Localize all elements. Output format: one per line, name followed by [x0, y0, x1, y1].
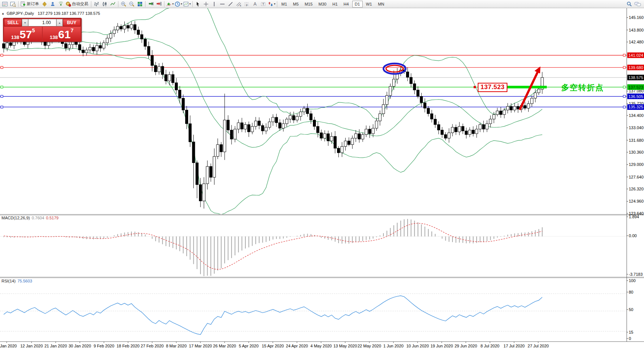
date-label: 21 Jan 2020	[45, 344, 67, 348]
candle-body	[537, 89, 540, 93]
volume-increase-button[interactable]: ▲	[56, 19, 63, 26]
date-label: 17 Jul 2020	[504, 344, 525, 348]
date-label: 8 Jul 2020	[481, 344, 500, 348]
candle-body	[210, 166, 212, 177]
candle-body	[251, 127, 254, 132]
date-label: 29 Jun 2020	[455, 344, 477, 348]
candle-body	[437, 125, 440, 130]
price-badge-label: 137.523	[628, 85, 643, 89]
candle-body	[120, 26, 122, 29]
date-label: 15 Apr 2020	[262, 344, 284, 348]
green-highlight-bar[interactable]	[507, 86, 547, 88]
candle-body	[258, 121, 261, 125]
turning-point-label[interactable]: 多空转折点	[561, 82, 604, 93]
buy-price-prefix: 138	[50, 35, 58, 40]
sell-price-button[interactable]: 138 57 5	[4, 27, 42, 41]
candle-body	[237, 123, 240, 129]
hline-handle[interactable]	[623, 54, 625, 56]
candle-body	[351, 138, 354, 144]
candle-body	[527, 104, 530, 108]
candle-body	[244, 125, 247, 129]
candle-body	[472, 130, 474, 134]
candle-body	[513, 107, 516, 110]
candle-body	[330, 136, 333, 141]
candle-body	[196, 163, 198, 185]
hline-handle[interactable]	[1, 106, 3, 108]
candle-body	[382, 105, 385, 114]
hline-handle[interactable]	[623, 106, 625, 108]
candle-body	[299, 112, 302, 116]
date-label: 10 Jun 2020	[406, 344, 429, 348]
mt4-window: 新订单 自动交易 ▾ ▾ ▾ E F A T ▾ M	[0, 0, 644, 350]
candle-body	[534, 93, 537, 98]
volume-decrease-button[interactable]: ▼	[22, 19, 28, 26]
hline-handle[interactable]	[1, 66, 3, 69]
sell-price-main: 57	[20, 29, 32, 40]
date-label: 8 Mar 2020	[166, 344, 187, 348]
price-annotation-box[interactable]: 137.523	[478, 83, 507, 92]
hline-handle[interactable]	[623, 66, 625, 69]
candle-body	[455, 127, 457, 132]
rsi-name: RSI(14)	[1, 279, 16, 283]
candle-body	[310, 114, 312, 120]
candle-body	[327, 134, 330, 141]
candle-body	[213, 156, 216, 177]
hline-handle[interactable]	[1, 95, 3, 98]
sell-button[interactable]: SELL	[4, 19, 22, 26]
candle-body	[358, 134, 360, 139]
candle-body	[486, 124, 488, 129]
candle-body	[431, 114, 433, 119]
candle-body	[127, 26, 129, 28]
symbol-period-label: GBPJPY-,Daily	[7, 11, 34, 16]
candle-body	[275, 117, 278, 123]
hline-handle[interactable]	[623, 86, 625, 88]
candle-body	[68, 45, 71, 48]
price-tick-label: 127.640	[629, 175, 644, 179]
price-tick-label: 124.960	[629, 199, 644, 203]
candle-body	[448, 133, 450, 138]
price-badge-label: 139.680	[628, 65, 643, 70]
candle-body	[92, 47, 95, 51]
volume-field[interactable]: 1.00	[28, 19, 56, 26]
candle-body	[189, 124, 192, 142]
price-tick-label: 130.360	[629, 150, 644, 154]
candle-body	[185, 110, 188, 124]
candle-body	[296, 117, 298, 120]
candle-body	[386, 95, 388, 105]
candle-body	[282, 124, 285, 128]
buy-button[interactable]: BUY	[63, 19, 81, 26]
candle-body	[216, 145, 219, 157]
candle-body	[317, 127, 319, 133]
candle-body	[424, 103, 426, 108]
candle-body	[458, 127, 461, 132]
candle-body	[272, 117, 274, 122]
price-tick-label: 131.680	[629, 138, 644, 143]
candle-body	[344, 141, 347, 147]
candle-body	[223, 120, 226, 152]
candle-body	[134, 24, 136, 30]
price-badge-label: 135.325	[628, 105, 643, 109]
price-tick-label: 134.400	[629, 113, 644, 118]
candle-body	[116, 26, 119, 30]
indicator-axis-label: 0	[629, 336, 631, 341]
candle-body	[82, 50, 84, 53]
candle-body	[168, 75, 171, 81]
collapse-triangle-icon[interactable]: ▲	[1, 12, 4, 15]
price-box-anchor-handle[interactable]	[474, 86, 476, 88]
price-badge-label: 138.575	[628, 75, 643, 80]
sell-price-sup: 5	[32, 28, 35, 33]
buy-price-main: 61	[58, 29, 71, 40]
chart-canvas: 145.160143.800142.480137.080135.720134.4…	[0, 0, 644, 350]
candle-body	[341, 146, 343, 153]
date-label: 4 May 2020	[310, 344, 331, 348]
candle-body	[479, 125, 481, 129]
candle-body	[3, 44, 5, 48]
candle-body	[510, 107, 513, 110]
bollinger-upper-band	[4, 0, 542, 119]
hline-handle[interactable]	[623, 95, 625, 98]
hline-handle[interactable]	[1, 54, 3, 56]
buy-price-button[interactable]: 138 61 7	[43, 27, 81, 41]
candle-body	[130, 24, 133, 28]
hline-handle[interactable]	[1, 86, 3, 88]
candle-body	[203, 184, 205, 201]
